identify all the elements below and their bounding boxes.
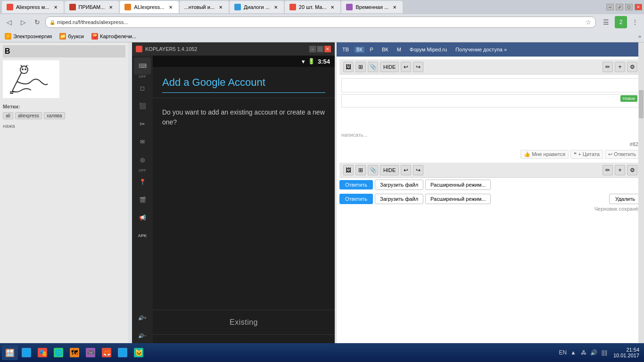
tag-ali[interactable]: ali (3, 112, 13, 119)
emulator-minimize[interactable]: – (309, 46, 316, 52)
location-tool-btn[interactable]: 📍 (134, 173, 151, 190)
toolbar-img-2[interactable]: 🖼 (343, 165, 354, 175)
back-button[interactable]: ◁ (3, 16, 15, 28)
toolbar-pen-2[interactable]: ✏ (603, 165, 613, 175)
taskbar-clock[interactable]: 21:54 10.01.2017 (611, 347, 642, 358)
tab-vremennaya[interactable]: Временная ... ✕ (341, 1, 403, 13)
tab-pribam[interactable]: ПРИБАМ... ✕ (65, 1, 119, 13)
keyboard-tool-btn[interactable]: ⌨ (134, 58, 151, 74)
tab-close-6[interactable]: ✕ (329, 4, 336, 10)
taskbar-item-7[interactable]: 🐱 (131, 345, 146, 360)
apk-tool-btn[interactable]: APK (134, 227, 151, 244)
forward-button[interactable]: ▷ (17, 16, 29, 28)
start-button[interactable]: 🪟 (2, 345, 18, 360)
toolbar-pen[interactable]: ✏ (603, 62, 613, 72)
toolbar-undo[interactable]: ↩ (401, 62, 411, 72)
reply-btn[interactable]: Ответить (339, 180, 373, 189)
delete-btn[interactable]: Удалить (609, 194, 641, 204)
emulator-maximize[interactable]: □ (317, 46, 323, 52)
toolbar-table[interactable]: ⊞ (355, 62, 366, 72)
sound-icon[interactable]: 🔊 (590, 348, 598, 357)
tab-aliexpress[interactable]: Aliexpress м... ✕ (2, 1, 64, 13)
reply-btn-2[interactable]: Ответить (339, 194, 373, 204)
taskbar-item-2[interactable]: 🌐 (51, 345, 66, 360)
taskbar-item-1[interactable]: 🎭 (35, 345, 50, 360)
bookmark-buuksi[interactable]: 📁 буукси (58, 32, 86, 41)
screen-tool-btn[interactable]: ◻ (134, 80, 151, 97)
extended-btn-2[interactable]: Расширенный режим... (425, 194, 491, 204)
broadcast-tool-btn[interactable]: 📢 (134, 209, 151, 226)
forum-nav-gmail[interactable]: M (394, 46, 404, 53)
volume-down-btn[interactable]: 🔊− (134, 327, 151, 344)
tab-dialogi[interactable]: Диалоги ... ✕ (230, 1, 284, 13)
taskbar-item-4[interactable]: 🎮 (83, 345, 98, 360)
taskbar-item-0[interactable]: 🌐 (19, 345, 34, 360)
existing-account-btn[interactable]: Existing (153, 310, 335, 335)
toolbar-attach[interactable]: 📎 (368, 62, 378, 72)
upload-btn-2[interactable]: Загрузить файл (375, 194, 423, 204)
tab-close-4[interactable]: ✕ (217, 4, 224, 10)
post-subtitle-input[interactable] (341, 94, 639, 107)
toolbar-attach-2[interactable]: 📎 (368, 165, 378, 175)
bookmark-elektro[interactable]: ⚡ Электроэнергия (3, 32, 54, 41)
extended-btn[interactable]: Расширенный режим... (425, 180, 491, 190)
taskbar-item-3[interactable]: 🗺 (67, 345, 82, 360)
lang-icon[interactable]: EN (559, 348, 567, 357)
upload-btn[interactable]: Загрузить файл (375, 180, 423, 190)
tab-close-2[interactable]: ✕ (107, 4, 114, 10)
toolbar-hide-2[interactable]: HIDE (380, 165, 399, 175)
forum-nav-tv[interactable]: ТВ (339, 46, 352, 53)
taskbar-item-5[interactable]: 🦊 (99, 345, 114, 360)
tag-aliexpress[interactable]: aliexpress (15, 112, 42, 119)
menu-btn[interactable]: ⋮ (629, 16, 641, 28)
arrow-up-icon[interactable]: ▲ (569, 348, 578, 357)
cut-tool-btn[interactable]: ✂ (134, 115, 151, 132)
win-close[interactable]: ✕ (635, 4, 642, 10)
forum-nav-r[interactable]: Р (367, 46, 376, 53)
post-title-input[interactable] (341, 78, 639, 92)
bookmark-kartof[interactable]: 🍟 Картофелечи... (90, 32, 138, 41)
record-tool-btn[interactable]: ⬛ (134, 98, 151, 115)
forum-nav-access[interactable]: Получение доступа » (453, 46, 510, 53)
tab-close-5[interactable]: ✕ (272, 4, 279, 10)
toolbar-plus[interactable]: + (615, 62, 625, 72)
tab-close[interactable]: ✕ (52, 4, 59, 10)
taskbar-item-6[interactable]: 🌐 (115, 345, 130, 360)
address-bar[interactable]: 🔒 miped.ru/f/threads/aliexpress... ☆ (45, 16, 596, 28)
camera-tool-btn[interactable]: ◎ (134, 151, 151, 168)
forum-nav-vk[interactable]: ВК (379, 46, 391, 53)
win-minimize[interactable]: – (606, 4, 614, 10)
tab-close-7[interactable]: ✕ (391, 4, 398, 10)
tab-20sht[interactable]: 20 шт. Ма... ✕ (285, 1, 341, 13)
emulator-close[interactable]: ✕ (324, 46, 331, 52)
toolbar-table-2[interactable]: ⊞ (355, 165, 366, 175)
toolbar-hide[interactable]: HIDE (380, 62, 399, 72)
reply-action-btn[interactable]: ↩ Ответить (605, 150, 639, 159)
bookmark-star[interactable]: ☆ (586, 18, 592, 26)
sync-btn[interactable]: 2 (615, 16, 627, 28)
toolbar-plus-2[interactable]: + (615, 165, 625, 175)
toolbar-undo-2[interactable]: ↩ (401, 165, 411, 175)
forum-nav-miped[interactable]: Форум Miped.ru (407, 46, 450, 53)
forum-nav-vk-icon[interactable]: ВК (355, 47, 364, 53)
win-maximize[interactable]: □ (625, 4, 633, 10)
toolbar-settings[interactable]: ⚙ (627, 62, 637, 72)
tab-close-3[interactable]: ✕ (167, 4, 174, 10)
like-btn[interactable]: 👍 Мне нравится (520, 150, 569, 159)
win-resize[interactable]: ⤢ (616, 4, 623, 10)
tab-4[interactable]: ...нтовый и... ✕ (180, 1, 229, 13)
tag-halyava[interactable]: халява (44, 112, 65, 119)
toolbar-settings-2[interactable]: ⚙ (627, 165, 637, 175)
toolbar-redo[interactable]: ↪ (413, 62, 423, 72)
scrollbar-thumb[interactable] (639, 90, 644, 118)
extensions-btn[interactable]: ☰ (600, 16, 612, 28)
video-tool-btn[interactable]: 🎬 (134, 191, 151, 208)
tab-aliexpress2[interactable]: ALIexpress... ✕ (120, 1, 178, 13)
volume-up-btn[interactable]: 🔊+ (134, 309, 151, 326)
message-tool-btn[interactable]: ✉ (134, 133, 151, 150)
quote-btn[interactable]: ❝ + Цитата (570, 150, 603, 159)
scrollbar[interactable] (638, 57, 644, 362)
refresh-button[interactable]: ↻ (31, 16, 43, 28)
toolbar-redo-2[interactable]: ↪ (413, 165, 423, 175)
toolbar-img[interactable]: 🖼 (343, 62, 354, 72)
